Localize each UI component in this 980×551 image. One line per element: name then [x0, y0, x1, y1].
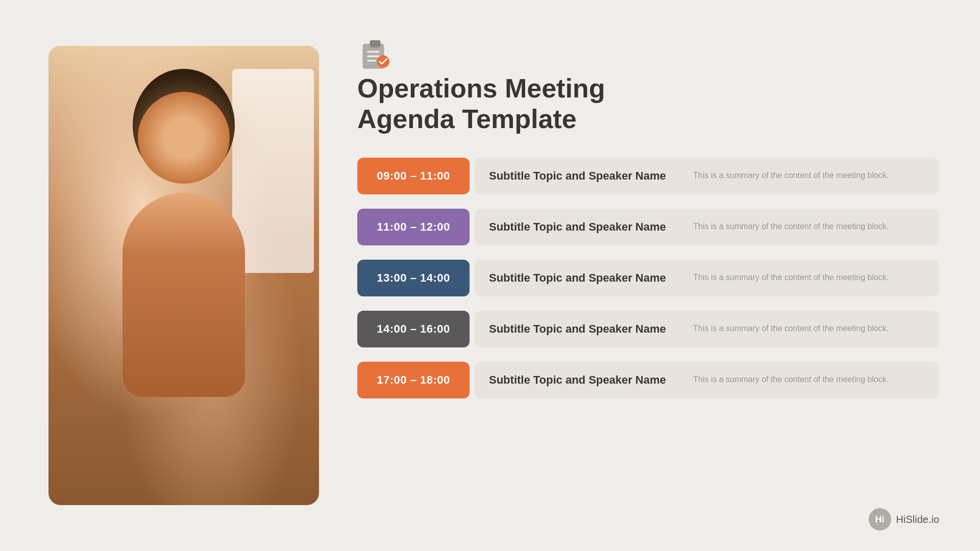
brand-logo-circle: Hi [869, 508, 891, 531]
photo-placeholder [48, 46, 319, 505]
time-badge-1: 11:00 – 12:00 [357, 209, 470, 245]
subtitle-text-3: Subtitle Topic and Speaker Name [489, 322, 683, 336]
time-badge-2: 13:00 – 14:00 [357, 260, 470, 296]
agenda-row: 14:00 – 16:00Subtitle Topic and Speaker … [357, 306, 939, 352]
agenda-row: 17:00 – 18:00Subtitle Topic and Speaker … [357, 357, 939, 403]
row-content-2: Subtitle Topic and Speaker NameThis is a… [475, 260, 939, 296]
row-content-0: Subtitle Topic and Speaker NameThis is a… [475, 158, 939, 194]
agenda-row: 11:00 – 12:00Subtitle Topic and Speaker … [357, 204, 939, 250]
svg-rect-1 [370, 40, 381, 47]
right-content-section: Operations Meeting Agenda Template 09:00… [327, 0, 980, 551]
page-title: Operations Meeting Agenda Template [357, 73, 939, 135]
agenda-row: 09:00 – 11:00Subtitle Topic and Speaker … [357, 153, 939, 199]
summary-text-0: This is a summary of the content of the … [693, 170, 925, 181]
person-hair [133, 69, 235, 181]
whiteboard-bg [232, 69, 314, 273]
agenda-list: 09:00 – 11:00Subtitle Topic and Speaker … [357, 153, 939, 520]
brand-site-name: HiSlide.io [896, 514, 939, 525]
svg-rect-3 [367, 56, 380, 58]
person-body [122, 193, 245, 397]
summary-text-2: This is a summary of the content of the … [693, 272, 925, 283]
row-content-4: Subtitle Topic and Speaker NameThis is a… [475, 362, 939, 398]
branding-section: Hi HiSlide.io [869, 508, 939, 531]
summary-text-1: This is a summary of the content of the … [693, 221, 925, 232]
time-badge-4: 17:00 – 18:00 [357, 362, 470, 398]
slide-container: Operations Meeting Agenda Template 09:00… [0, 0, 980, 551]
clipboard-checklist-icon [357, 36, 939, 73]
row-content-1: Subtitle Topic and Speaker NameThis is a… [475, 209, 939, 245]
svg-rect-2 [367, 51, 380, 53]
summary-text-4: This is a summary of the content of the … [693, 374, 925, 385]
subtitle-text-1: Subtitle Topic and Speaker Name [489, 220, 683, 234]
subtitle-text-0: Subtitle Topic and Speaker Name [489, 169, 683, 183]
time-badge-0: 09:00 – 11:00 [357, 158, 470, 194]
svg-rect-4 [367, 60, 376, 62]
left-image-section [0, 0, 327, 551]
subtitle-text-2: Subtitle Topic and Speaker Name [489, 271, 683, 285]
subtitle-text-4: Subtitle Topic and Speaker Name [489, 373, 683, 387]
row-content-3: Subtitle Topic and Speaker NameThis is a… [475, 311, 939, 347]
summary-text-3: This is a summary of the content of the … [693, 323, 925, 334]
time-badge-3: 14:00 – 16:00 [357, 311, 470, 347]
agenda-row: 13:00 – 14:00Subtitle Topic and Speaker … [357, 255, 939, 301]
